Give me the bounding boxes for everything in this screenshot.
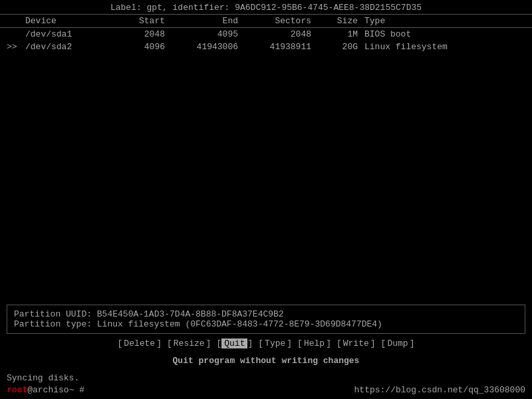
bracket-open: [ xyxy=(118,338,123,348)
row1-indicator xyxy=(7,29,25,39)
row1-end: 4095 xyxy=(178,29,251,39)
prompt-symbol: ~ # xyxy=(69,385,84,395)
prompt-at: @archiso xyxy=(27,385,68,395)
bracket-close: ] xyxy=(370,338,376,348)
bracket-close: ] xyxy=(247,338,253,348)
table-header: Device Start End Sectors Size Type xyxy=(0,15,532,28)
menu-label: Help xyxy=(303,338,326,348)
menu-label: Delete xyxy=(122,338,156,348)
row2-device: /dev/sda2 xyxy=(25,42,105,52)
row2-size: 20G xyxy=(325,42,364,52)
menu-label: Quit xyxy=(221,338,247,348)
bracket-close: ] xyxy=(326,338,331,348)
row1-device: /dev/sda1 xyxy=(25,29,105,39)
bracket-close: ] xyxy=(156,338,162,348)
header-device: Device xyxy=(25,16,105,26)
row1-size: 1M xyxy=(325,29,364,39)
status-syncing: Syncing disks. xyxy=(7,373,79,383)
menu-item-dump[interactable]: [ Dump ] xyxy=(381,338,415,348)
partition-table: Device Start End Sectors Size Type /dev/… xyxy=(0,14,532,53)
header-sectors: Sectors xyxy=(251,16,325,26)
bracket-open: [ xyxy=(336,338,342,348)
prompt-url: https://blog.csdn.net/qq_33608000 xyxy=(354,385,525,395)
row2-type: Linux filesystem xyxy=(364,42,525,52)
bracket-close: ] xyxy=(206,338,211,348)
row1-type: BIOS boot xyxy=(364,29,525,39)
bracket-open: [ xyxy=(216,338,221,348)
disk-label-line: Label: gpt, identifier: 9A6DC912-95B6-47… xyxy=(0,0,532,14)
header-start: Start xyxy=(105,16,178,26)
prompt-left: root @archiso ~ # xyxy=(7,385,84,395)
menu-item-delete[interactable]: [ Delete ] xyxy=(118,338,162,348)
menu-label: Resize xyxy=(172,338,206,348)
prompt-root: root xyxy=(7,385,27,395)
header-type: Type xyxy=(364,16,525,26)
info-uuid-line: Partition UUID: B54E450A-1AD3-7D4A-8B88-… xyxy=(14,309,518,319)
table-row[interactable]: >> /dev/sda2 4096 41943006 41938911 20G … xyxy=(0,41,532,53)
row1-start: 2048 xyxy=(105,29,178,39)
menu-item-write[interactable]: [ Write ] xyxy=(336,338,376,348)
menu-label: Dump xyxy=(386,338,409,348)
bracket-open: [ xyxy=(381,338,386,348)
header-end: End xyxy=(178,16,251,26)
terminal-screen: Label: gpt, identifier: 9A6DC912-95B6-47… xyxy=(0,0,532,399)
row2-sectors: 41938911 xyxy=(251,42,325,52)
label-identifier: Label: gpt, identifier: 9A6DC912-95B6-47… xyxy=(110,3,422,13)
table-row[interactable]: /dev/sda1 2048 4095 2048 1M BIOS boot xyxy=(0,28,532,41)
menu-bar: [ Delete ] [ Resize ] [ Quit ] [ Type ] … xyxy=(0,336,532,351)
info-type-line: Partition type: Linux filesystem (0FC63D… xyxy=(14,319,518,329)
row1-sectors: 2048 xyxy=(251,29,325,39)
bracket-open: [ xyxy=(167,338,172,348)
menu-label: Write xyxy=(342,338,370,348)
menu-item-quit[interactable]: [ Quit ] xyxy=(216,338,253,348)
header-size: Size xyxy=(325,16,364,26)
quit-message: Quit program without writing changes xyxy=(0,356,532,366)
row2-end: 41943006 xyxy=(178,42,251,52)
row2-start: 4096 xyxy=(105,42,178,52)
bracket-open: [ xyxy=(258,338,263,348)
row2-indicator: >> xyxy=(7,42,25,52)
menu-item-type[interactable]: [ Type ] xyxy=(258,338,292,348)
bracket-close: ] xyxy=(287,338,292,348)
header-indicator xyxy=(7,16,25,26)
menu-item-help[interactable]: [ Help ] xyxy=(297,338,331,348)
prompt-line: root @archiso ~ # https://blog.csdn.net/… xyxy=(0,385,532,395)
bracket-close: ] xyxy=(410,338,415,348)
menu-label: Type xyxy=(263,338,287,348)
menu-item-resize[interactable]: [ Resize ] xyxy=(167,338,211,348)
bracket-open: [ xyxy=(297,338,303,348)
partition-info-box: Partition UUID: B54E450A-1AD3-7D4A-8B88-… xyxy=(7,305,525,334)
